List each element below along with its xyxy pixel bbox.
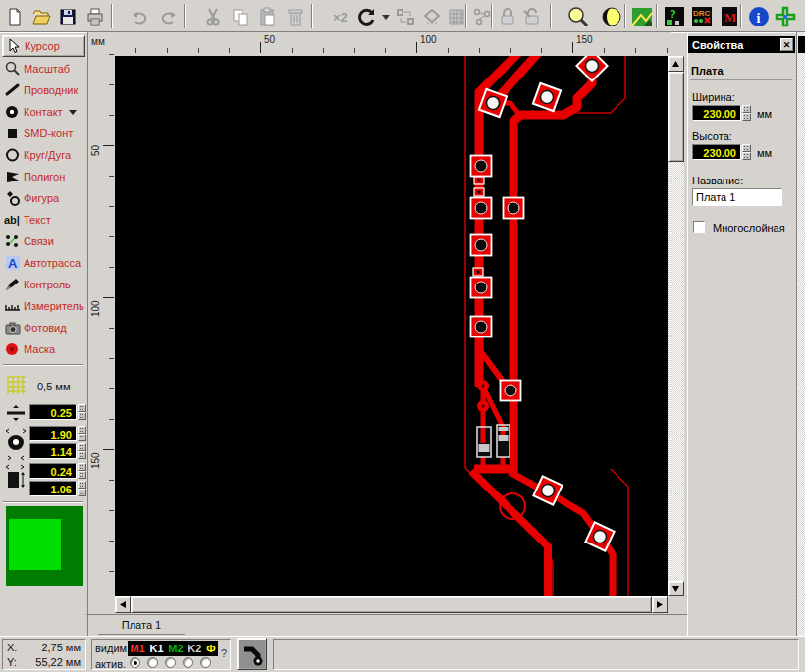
scrollbar-thumb[interactable] [668,72,684,162]
spinner-up[interactable] [78,426,86,434]
flip-shape-button[interactable] [419,4,444,28]
spinner-up[interactable] [742,105,751,113]
rotate-button[interactable] [354,4,379,28]
smd-height-value[interactable]: 1.06 [29,481,77,496]
grid-button[interactable] [6,375,27,396]
tool-zoom[interactable]: Масштаб [2,58,85,79]
unlock-button[interactable] [519,4,544,28]
trace-mode-button[interactable] [237,638,267,670]
layer-f[interactable]: Ф [206,643,215,654]
open-file-button[interactable] [28,4,53,28]
spinner-down[interactable] [78,471,86,479]
duplicate-x2-button[interactable]: ×2 [328,4,352,28]
radio-layer-k2[interactable] [183,657,193,668]
zoom-tool-button[interactable] [565,4,590,28]
layer-k1[interactable]: K1 [149,643,163,654]
layer-name-strip[interactable]: M1 K1 M2 K2 Ф [128,641,218,656]
target-pointer-button[interactable] [773,4,797,28]
scroll-right-button[interactable] [652,596,668,613]
scroll-up-button[interactable] [668,56,684,72]
scroll-down-button[interactable] [668,581,684,596]
spinner-down[interactable] [78,489,86,496]
macros-button[interactable]: M [717,4,741,28]
spinner-up[interactable] [78,404,86,412]
pad-hole-spinner[interactable] [78,443,86,459]
radio-layer-m1[interactable] [130,657,140,668]
radio-layer-f[interactable] [200,657,211,668]
tool-mask[interactable]: Маска [2,338,85,360]
close-icon[interactable]: ✕ [780,38,793,51]
spinner-down[interactable] [78,412,86,420]
tool-probe[interactable]: Контроль [2,274,85,295]
delete-button[interactable] [283,4,307,28]
tool-wire[interactable]: Проводник [2,79,85,101]
tool-smd-pad[interactable]: SMD-конт [2,123,85,144]
tool-circle-arc[interactable]: Круг/Дуга [2,144,85,166]
pad-hole-value[interactable]: 1.14 [29,443,77,459]
pad-outer-spinner[interactable] [78,426,86,441]
properties-titlebar[interactable]: Свойства ✕ [688,36,795,53]
tab-plata1[interactable]: Плата 1 [98,615,185,635]
scrollbar-thumb[interactable] [131,596,652,613]
cut-button[interactable] [200,4,225,28]
redo-button[interactable] [155,4,180,28]
pad-outer-value[interactable]: 1.90 [29,426,77,441]
layers-help-link[interactable]: ? [221,647,227,659]
board-name-input[interactable] [692,188,782,206]
radio-layer-m2[interactable] [165,657,176,668]
tool-polygon[interactable]: Полигон [2,166,85,187]
pad-dropdown-arrow-icon[interactable] [69,108,78,116]
multilayer-checkbox[interactable] [693,221,705,233]
tool-pad[interactable]: Контакт [2,101,85,123]
layer-m1[interactable]: M1 [130,643,144,654]
pcb-canvas[interactable] [115,56,668,596]
tool-photo-view[interactable]: Фотовид [2,317,85,338]
spinner-down[interactable] [78,434,86,441]
find-component-button[interactable]: ? [662,4,686,28]
track-width-value[interactable]: 0.25 [29,404,77,420]
info-button[interactable]: i [746,4,771,28]
print-button[interactable] [82,4,107,28]
spinner-down[interactable] [78,451,86,459]
smd-height-spinner[interactable] [78,481,86,496]
height-value[interactable]: 230.00 [692,144,741,160]
tool-links[interactable]: Связи [2,231,85,252]
name-label: Название: [692,175,743,186]
tool-figure[interactable]: Фигура [2,187,85,209]
tool-autoroute[interactable]: A Автотрасса [2,252,85,274]
rotate-dropdown-button[interactable] [379,4,392,28]
width-spinner[interactable] [742,105,751,121]
spinner-up[interactable] [78,443,86,451]
grid-value-label[interactable]: 0,5 мм [37,381,70,392]
move-pads-button[interactable] [393,4,417,28]
layer-m2[interactable]: M2 [168,643,183,654]
spinner-up[interactable] [78,481,86,489]
radio-layer-k1[interactable] [147,657,158,668]
tool-text[interactable]: ab| Текст [2,209,85,231]
width-value[interactable]: 230.00 [692,105,741,121]
contrast-view-button[interactable] [599,4,623,28]
spinner-up[interactable] [78,463,86,471]
drc-check-button[interactable]: DRC [689,4,714,28]
docked-panel-titlebar[interactable] [798,36,805,53]
paste-button[interactable] [255,4,280,28]
new-document-button[interactable] [2,4,27,28]
height-spinner[interactable] [742,144,751,160]
copy-button[interactable] [228,4,252,28]
spinner-up[interactable] [742,144,751,152]
spinner-down[interactable] [742,113,751,121]
photo-preview-button[interactable] [629,4,654,28]
track-width-spinner[interactable] [78,404,86,420]
tool-measure[interactable]: Измеритель [2,295,85,317]
vertical-scrollbar[interactable] [668,56,684,596]
smd-width-spinner[interactable] [78,463,86,479]
spinner-down[interactable] [742,152,751,160]
tool-cursor[interactable]: Курсор [2,35,85,57]
save-file-button[interactable] [55,4,80,28]
undo-button[interactable] [128,4,152,28]
smd-width-value[interactable]: 0.24 [29,463,77,479]
layer-k2[interactable]: K2 [188,643,201,654]
horizontal-scrollbar[interactable] [115,596,668,613]
lock-button[interactable] [495,4,519,28]
scroll-left-button[interactable] [115,596,131,613]
